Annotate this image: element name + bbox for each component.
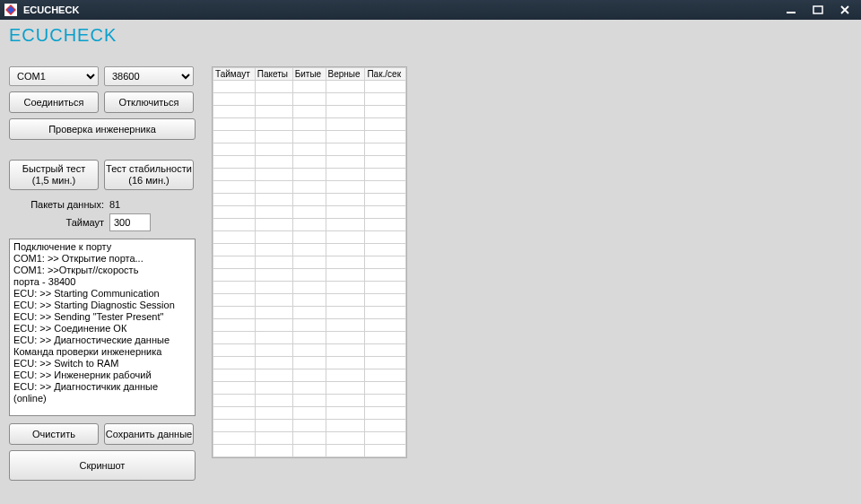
svg-rect-1 — [787, 12, 796, 13]
table-row — [213, 169, 406, 181]
table-row — [213, 420, 406, 432]
grid-header[interactable]: Пакеты — [255, 68, 292, 81]
baud-select[interactable]: 38600 — [104, 66, 194, 86]
table-row — [213, 445, 406, 457]
packets-value: 81 — [109, 199, 151, 210]
table-row — [213, 319, 406, 332]
table-row — [213, 282, 406, 294]
grid-header[interactable]: Таймаут — [213, 68, 256, 81]
app-title: ECUCHECK — [5, 23, 856, 49]
save-data-button[interactable]: Сохранить данные — [104, 423, 194, 445]
quick-test-button[interactable]: Быстрый тест (1,5 мин.) — [9, 160, 99, 190]
table-row — [213, 307, 406, 319]
table-row — [213, 231, 406, 244]
grid-header[interactable]: Битые — [292, 68, 326, 81]
table-row — [213, 93, 406, 106]
table-row — [213, 369, 406, 382]
port-select[interactable]: COM1 — [9, 66, 99, 86]
svg-rect-2 — [813, 6, 822, 13]
table-row — [213, 332, 406, 344]
table-row — [213, 432, 406, 445]
stability-test-button[interactable]: Тест стабильности (16 мин.) — [104, 160, 194, 190]
clear-button[interactable]: Очистить — [9, 423, 99, 445]
table-row — [213, 395, 406, 407]
table-row — [213, 194, 406, 206]
timeout-input[interactable] — [109, 213, 151, 231]
minimize-button[interactable] — [778, 3, 804, 17]
table-row — [213, 206, 406, 219]
table-row — [213, 382, 406, 395]
table-row — [213, 357, 406, 369]
table-row — [213, 106, 406, 118]
close-button[interactable] — [832, 3, 857, 17]
connect-button[interactable]: Соединиться — [9, 91, 99, 113]
disconnect-button[interactable]: Отключиться — [104, 91, 194, 113]
table-row — [213, 181, 406, 194]
table-row — [213, 118, 406, 131]
table-row — [213, 256, 406, 269]
app-icon — [4, 3, 18, 17]
timeout-label: Таймаут — [9, 217, 109, 228]
table-row — [213, 294, 406, 307]
table-row — [213, 269, 406, 282]
table-row — [213, 81, 406, 93]
table-row — [213, 131, 406, 143]
table-row — [213, 244, 406, 256]
grid-header[interactable]: Пак./сек — [365, 68, 406, 81]
table-row — [213, 219, 406, 231]
packets-label: Пакеты данных: — [9, 199, 109, 210]
screenshot-button[interactable]: Скриншот — [9, 450, 196, 481]
stats-grid: ТаймаутПакетыБитыеВерныеПак./сек — [212, 66, 407, 458]
table-row — [213, 407, 406, 420]
engineer-check-button[interactable]: Проверка инженерника — [9, 118, 196, 140]
titlebar: ECUCHECK — [0, 0, 861, 20]
table-row — [213, 344, 406, 357]
window-title: ECUCHECK — [23, 4, 79, 15]
table-row — [213, 156, 406, 169]
table-row — [213, 143, 406, 156]
log-textarea[interactable]: Подключение к порту COM1: >> Открытие по… — [9, 239, 196, 416]
grid-header[interactable]: Верные — [326, 68, 365, 81]
maximize-button[interactable] — [805, 3, 831, 17]
